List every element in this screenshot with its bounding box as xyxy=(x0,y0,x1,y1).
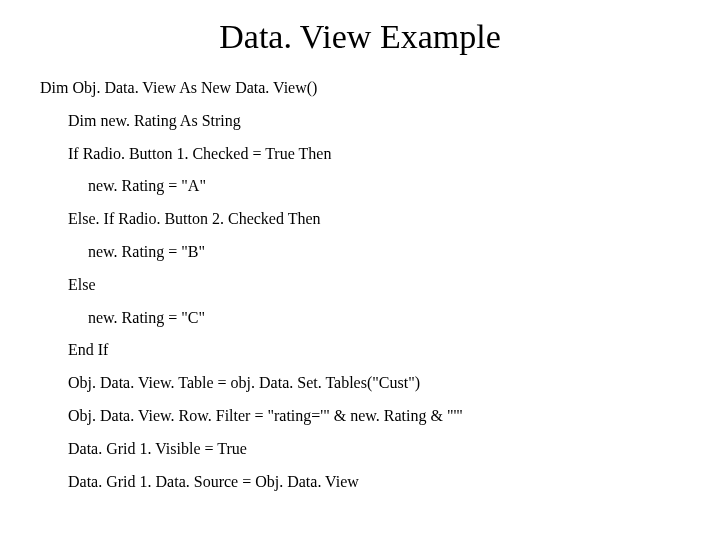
code-line: Else. If Radio. Button 2. Checked Then xyxy=(68,211,680,228)
code-line: Dim Obj. Data. View As New Data. View() xyxy=(40,80,680,97)
code-line: Obj. Data. View. Row. Filter = "rating='… xyxy=(68,408,680,425)
code-line: Data. Grid 1. Visible = True xyxy=(68,441,680,458)
code-line: Else xyxy=(68,277,680,294)
code-line: Data. Grid 1. Data. Source = Obj. Data. … xyxy=(68,474,680,491)
code-line: new. Rating = "C" xyxy=(88,310,680,327)
code-line: If Radio. Button 1. Checked = True Then xyxy=(68,146,680,163)
code-line: new. Rating = "A" xyxy=(88,178,680,195)
code-line: Dim new. Rating As String xyxy=(68,113,680,130)
code-line: Obj. Data. View. Table = obj. Data. Set.… xyxy=(68,375,680,392)
code-line: new. Rating = "B" xyxy=(88,244,680,261)
code-line: End If xyxy=(68,342,680,359)
code-block: Dim Obj. Data. View As New Data. View() … xyxy=(40,80,680,490)
page-title: Data. View Example xyxy=(40,18,680,56)
slide: Data. View Example Dim Obj. Data. View A… xyxy=(0,0,720,516)
